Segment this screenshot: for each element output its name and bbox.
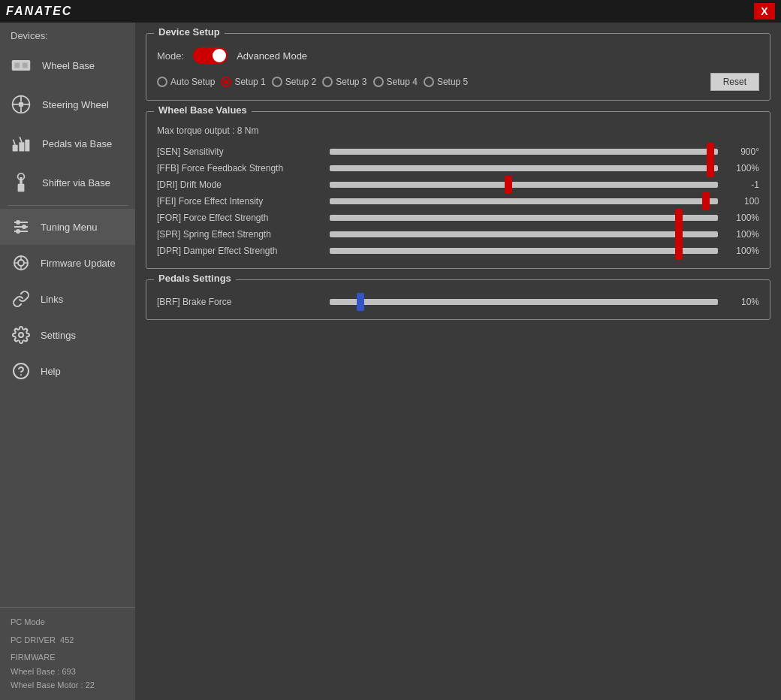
svg-line-12 <box>14 140 16 145</box>
pc-driver: PC DRIVER 452 <box>11 633 125 647</box>
sidebar-item-label-tuning-menu: Tuning Menu <box>41 222 97 233</box>
mode-toggle[interactable] <box>193 47 228 64</box>
sidebar-item-help[interactable]: Help <box>0 353 135 389</box>
radio-label-setup2: Setup 2 <box>285 77 316 87</box>
slider-row-fei: [FEI] Force Effect Intensity 100 <box>157 193 759 210</box>
radio-circle-setup3 <box>322 77 333 87</box>
slider-track-sen[interactable] <box>330 149 718 155</box>
content-area: Device Setup Mode: Advanced Mode Auto Se… <box>135 23 781 700</box>
slider-value-ffb: 100% <box>725 163 759 173</box>
sidebar-item-settings[interactable]: Settings <box>0 317 135 353</box>
wheel-base-icon <box>8 52 35 79</box>
radio-setup2[interactable]: Setup 2 <box>272 77 316 87</box>
svg-rect-9 <box>13 145 18 152</box>
slider-track-spr[interactable] <box>330 231 718 237</box>
slider-row-ffb: [FFB] Force Feedback Strength 100% <box>157 160 759 177</box>
radio-label-auto: Auto Setup <box>170 77 215 87</box>
sidebar-item-shifter[interactable]: Shifter via Base <box>0 163 135 202</box>
sidebar-item-label-settings: Settings <box>41 330 76 341</box>
sidebar-item-label-pedals: Pedals via Base <box>42 138 112 149</box>
svg-rect-15 <box>20 177 23 186</box>
slider-track-brf[interactable] <box>330 299 718 305</box>
radio-circle-setup5 <box>424 77 434 87</box>
svg-point-4 <box>19 102 24 107</box>
radio-circle-setup4 <box>373 77 384 87</box>
radio-label-setup3: Setup 3 <box>336 77 366 87</box>
slider-label-sen: [SEN] Sensitivity <box>157 146 322 157</box>
radio-setup1[interactable]: Setup 1 <box>221 77 265 87</box>
slider-track-dpr[interactable] <box>330 248 718 254</box>
devices-label: Devices: <box>0 23 135 46</box>
slider-thumb-ffb[interactable] <box>707 159 714 177</box>
slider-row-sen: [SEN] Sensitivity 900° <box>157 143 759 160</box>
wheel-base-values-section: Wheel Base Values Max torque output : 8 … <box>146 111 770 269</box>
main-layout: Devices: Wheel Base Steering Wheel Pedal… <box>0 23 781 700</box>
slider-label-for: [FOR] Force Effect Strength <box>157 213 322 223</box>
slider-thumb-brf[interactable] <box>357 293 364 311</box>
slider-label-fei: [FEI] Force Effect Intensity <box>157 196 322 207</box>
pc-mode: PC Mode <box>11 615 125 629</box>
sidebar-item-firmware-update[interactable]: Firmware Update <box>0 245 135 281</box>
tuning-menu-icon <box>11 216 32 237</box>
slider-thumb-for[interactable] <box>675 209 683 227</box>
reset-button[interactable]: Reset <box>710 73 759 91</box>
radio-setup3[interactable]: Setup 3 <box>322 77 366 87</box>
sidebar-item-tuning-menu[interactable]: Tuning Menu <box>0 209 135 245</box>
titlebar: FANATEC X <box>0 0 781 23</box>
slider-thumb-fei[interactable] <box>702 192 710 210</box>
radio-auto-setup[interactable]: Auto Setup <box>157 77 215 87</box>
svg-point-29 <box>19 333 23 337</box>
slider-label-brf: [BRF] Brake Force <box>157 297 322 307</box>
sidebar-item-steering-wheel[interactable]: Steering Wheel <box>0 85 135 124</box>
slider-thumb-dri[interactable] <box>505 176 512 194</box>
pedals-settings-section: Pedals Settings [BRF] Brake Force 10% <box>146 279 770 320</box>
wheel-base-motor-firmware: Wheel Base Motor : 22 <box>11 678 125 692</box>
svg-rect-1 <box>14 63 20 68</box>
sidebar-item-wheel-base[interactable]: Wheel Base <box>0 46 135 85</box>
wheel-base-firmware: Wheel Base : 693 <box>11 665 125 679</box>
slider-value-spr: 100% <box>725 229 759 240</box>
device-setup-title: Device Setup <box>154 26 225 38</box>
radio-circle-setup2 <box>272 77 282 87</box>
device-setup-section: Device Setup Mode: Advanced Mode Auto Se… <box>146 33 770 101</box>
svg-rect-2 <box>23 63 28 68</box>
slider-track-ffb[interactable] <box>330 165 718 171</box>
wheel-base-values-title: Wheel Base Values <box>154 104 252 116</box>
svg-point-18 <box>16 220 20 225</box>
radio-circle-auto <box>157 77 167 87</box>
pedals-settings-title: Pedals Settings <box>154 273 236 284</box>
slider-track-for[interactable] <box>330 215 718 221</box>
slider-thumb-dpr[interactable] <box>675 242 683 260</box>
slider-track-fei[interactable] <box>330 198 718 204</box>
close-button[interactable]: X <box>754 3 775 20</box>
sidebar-item-label-help: Help <box>41 366 61 377</box>
sidebar-item-links[interactable]: Links <box>0 281 135 317</box>
app-logo: FANATEC <box>6 5 72 18</box>
radio-setup5[interactable]: Setup 5 <box>424 77 468 87</box>
slider-thumb-spr[interactable] <box>675 225 683 243</box>
slider-row-spr: [SPR] Spring Effect Strength 100% <box>157 226 759 243</box>
slider-value-dpr: 100% <box>725 246 759 256</box>
firmware-update-icon <box>11 252 32 273</box>
slider-thumb-sen[interactable] <box>707 143 714 161</box>
slider-value-dri: -1 <box>725 180 759 190</box>
slider-track-dri[interactable] <box>330 182 718 188</box>
sidebar-footer: PC Mode PC DRIVER 452 FIRMWARE Wheel Bas… <box>0 607 135 700</box>
max-torque-text: Max torque output : 8 Nm <box>157 125 759 136</box>
sidebar-item-label-wheel-base: Wheel Base <box>42 60 95 71</box>
sidebar-item-pedals[interactable]: Pedals via Base <box>0 124 135 163</box>
steering-wheel-icon <box>8 91 35 118</box>
slider-label-ffb: [FFB] Force Feedback Strength <box>157 163 322 173</box>
pedals-settings-body: [BRF] Brake Force 10% <box>146 280 770 319</box>
radio-label-setup4: Setup 4 <box>387 77 418 87</box>
links-icon <box>11 288 32 309</box>
sidebar-item-label-shifter: Shifter via Base <box>42 177 110 189</box>
pedals-icon <box>8 130 35 157</box>
settings-icon <box>11 324 32 345</box>
svg-rect-10 <box>19 142 24 151</box>
slider-row-dpr: [DPR] Damper Effect Strength 100% <box>157 243 759 259</box>
radio-setup4[interactable]: Setup 4 <box>373 77 418 87</box>
setup-row: Auto Setup Setup 1 Setup 2 Setup 3 <box>157 73 759 91</box>
svg-point-20 <box>22 225 26 229</box>
slider-value-fei: 100 <box>725 196 759 207</box>
